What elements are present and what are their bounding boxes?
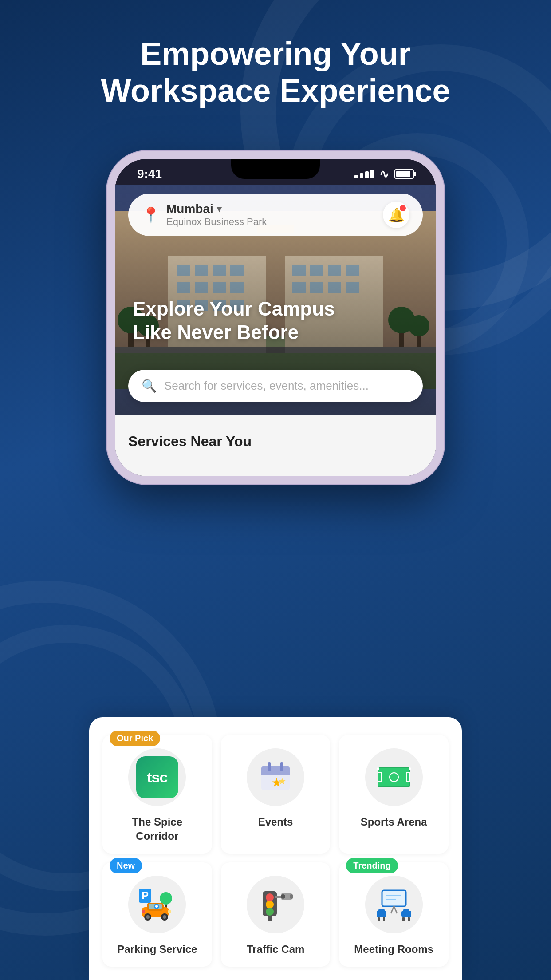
notification-badge (400, 205, 406, 211)
services-section: Services Near You (115, 415, 436, 476)
service-cards-panel: Our Pick tsc The Spice Corridor ★ (89, 717, 462, 980)
svg-rect-63 (168, 910, 171, 913)
service-grid: Our Pick tsc The Spice Corridor ★ (102, 735, 449, 967)
location-place: Equinox Business Park (166, 216, 267, 228)
svg-rect-49 (377, 767, 379, 770)
service-card-meeting[interactable]: Trending (339, 862, 449, 967)
meeting-label: Meeting Rooms (354, 942, 433, 956)
search-bar[interactable]: 🔍 Search for services, events, amenities… (128, 370, 423, 402)
events-label: Events (258, 815, 293, 829)
svg-point-71 (266, 908, 274, 916)
hero-image: 📍 Mumbai ▾ Equinox Business Park 🔔 (115, 185, 436, 415)
traffic-icon-wrap (247, 876, 304, 933)
phone-screen: 9:41 ∿ (115, 159, 436, 476)
svg-point-54 (160, 892, 172, 905)
sports-icon-wrap (365, 748, 423, 806)
svg-rect-76 (382, 890, 406, 906)
location-bar[interactable]: 📍 Mumbai ▾ Equinox Business Park 🔔 (128, 194, 423, 236)
service-card-traffic[interactable]: Traffic Cam (221, 862, 331, 967)
svg-point-62 (163, 915, 166, 919)
badge-trending: Trending (346, 858, 398, 873)
parking-icon: P (137, 887, 177, 922)
svg-text:P: P (142, 889, 149, 901)
campus-title-line1: Explore Your Campus (133, 297, 335, 321)
phone-frame: 9:41 ∿ (107, 151, 444, 484)
service-card-events[interactable]: ★ ★ Events (221, 735, 331, 853)
svg-rect-64 (142, 910, 145, 913)
search-icon: 🔍 (142, 379, 157, 393)
search-input[interactable]: Search for services, events, amenities..… (164, 379, 369, 393)
tsc-label: The Spice Corridor (111, 815, 203, 842)
traffic-icon (256, 887, 295, 922)
location-pin-icon: 📍 (142, 206, 160, 224)
location-left: 📍 Mumbai ▾ Equinox Business Park (142, 202, 267, 228)
service-card-tsc[interactable]: Our Pick tsc The Spice Corridor (102, 735, 212, 853)
service-card-sports[interactable]: Sports Arena (339, 735, 449, 853)
battery-icon (394, 169, 414, 179)
parking-icon-wrap: P (128, 876, 186, 933)
sports-label: Sports Arena (361, 815, 427, 829)
chevron-down-icon: ▾ (217, 204, 221, 214)
hero-line2: Workspace Experience (35, 72, 516, 109)
hero-line1: Empowering Your (35, 36, 516, 72)
svg-rect-40 (280, 762, 283, 771)
meeting-icon-wrap (365, 876, 423, 933)
hero-heading: Empowering Your Workspace Experience (0, 36, 551, 109)
svg-point-66 (155, 905, 158, 908)
status-time: 9:41 (137, 167, 162, 181)
svg-rect-88 (402, 917, 405, 921)
svg-rect-83 (378, 909, 385, 913)
search-wrapper: 🔍 Search for services, events, amenities… (128, 370, 423, 402)
status-icons: ∿ (354, 167, 414, 181)
svg-line-78 (391, 906, 394, 913)
svg-rect-39 (268, 762, 271, 771)
phone-wrapper: 9:41 ∿ (107, 151, 444, 484)
events-icon: ★ ★ (258, 759, 293, 795)
services-heading: Services Near You (128, 433, 423, 450)
tsc-icon: tsc (136, 756, 178, 798)
service-card-parking[interactable]: New P (102, 862, 212, 967)
svg-rect-50 (409, 767, 411, 770)
parking-label: Parking Service (117, 942, 197, 956)
svg-rect-85 (383, 917, 385, 921)
location-city[interactable]: Mumbai ▾ (166, 202, 267, 216)
svg-point-70 (266, 901, 274, 909)
svg-rect-38 (261, 771, 290, 775)
wifi-icon: ∿ (379, 167, 389, 181)
svg-rect-75 (290, 894, 293, 899)
tsc-icon-wrap: tsc (128, 748, 186, 806)
svg-rect-84 (378, 917, 380, 921)
signal-icon (354, 170, 374, 178)
svg-rect-87 (403, 909, 409, 913)
location-info: Mumbai ▾ Equinox Business Park (166, 202, 267, 228)
svg-text:★: ★ (278, 776, 286, 786)
svg-point-69 (266, 893, 274, 901)
svg-point-74 (281, 894, 285, 899)
traffic-label: Traffic Cam (247, 942, 305, 956)
badge-ourpick: Our Pick (110, 731, 160, 746)
notification-button[interactable]: 🔔 (383, 202, 409, 228)
events-icon-wrap: ★ ★ (247, 748, 304, 806)
campus-hero-title: Explore Your Campus Like Never Before (133, 297, 335, 344)
campus-title-line2: Like Never Before (133, 321, 335, 344)
svg-line-79 (394, 906, 397, 913)
meeting-icon (374, 887, 414, 922)
svg-point-60 (146, 915, 150, 919)
phone-notch (231, 159, 320, 179)
badge-new: New (110, 858, 142, 873)
svg-rect-89 (408, 917, 410, 921)
sports-icon (376, 759, 412, 795)
